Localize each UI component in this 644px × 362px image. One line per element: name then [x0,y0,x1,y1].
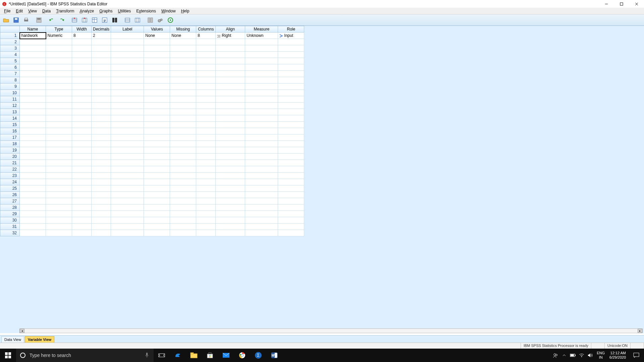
cell-missing[interactable] [170,224,196,230]
cell-decimals[interactable] [92,204,111,211]
cell-columns[interactable] [196,192,216,198]
cell-width[interactable] [72,103,92,109]
cell-measure[interactable] [245,90,278,96]
cell-width[interactable] [72,166,92,173]
cell-width[interactable] [72,185,92,192]
cell-name[interactable] [20,230,46,236]
menu-analyze[interactable]: Analyze [77,9,97,13]
cell-values[interactable] [144,64,170,71]
save-button[interactable] [11,15,21,25]
cell-align[interactable] [216,204,245,211]
taskbar-explorer[interactable] [186,349,202,362]
cell-width[interactable] [72,96,92,103]
cell-role[interactable] [278,39,304,45]
cell-label[interactable] [111,166,144,173]
cell-align[interactable] [216,90,245,96]
cell-type[interactable] [46,198,72,204]
cell-width[interactable] [72,64,92,71]
cell-measure[interactable] [245,39,278,45]
cell-name[interactable] [20,90,46,96]
cell-decimals[interactable] [92,224,111,230]
cell-measure[interactable] [245,77,278,83]
row-header[interactable]: 15 [0,122,20,128]
cell-values[interactable] [144,96,170,103]
cell-align[interactable] [216,64,245,71]
cell-role[interactable] [278,71,304,77]
cell-width[interactable] [72,83,92,90]
scroll-track[interactable] [24,329,638,333]
cell-align[interactable] [216,71,245,77]
cell-align[interactable] [216,115,245,122]
cell-type[interactable] [46,83,72,90]
cell-type[interactable] [46,115,72,122]
cell-align[interactable] [216,128,245,134]
cell-measure[interactable]: Unknown [245,33,278,39]
cell-values[interactable] [144,224,170,230]
cell-values[interactable] [144,147,170,154]
cell-type[interactable] [46,109,72,115]
cell-measure[interactable] [245,230,278,236]
cell-missing[interactable] [170,147,196,154]
cell-decimals[interactable] [92,211,111,217]
cell-decimals[interactable]: 2 [92,33,111,39]
cell-columns[interactable] [196,166,216,173]
cell-values[interactable] [144,160,170,166]
cell-role[interactable] [278,128,304,134]
cell-values[interactable]: None [144,33,170,39]
cell-label[interactable] [111,90,144,96]
cell-measure[interactable] [245,198,278,204]
cell-decimals[interactable] [92,58,111,64]
row-header[interactable]: 32 [0,230,20,236]
tray-chevron-up-icon[interactable] [560,354,569,357]
col-header-type[interactable]: Type [46,26,72,33]
cell-align[interactable] [216,192,245,198]
cell-type[interactable] [46,166,72,173]
cell-role[interactable] [278,198,304,204]
cell-role[interactable] [278,192,304,198]
cell-align[interactable] [216,147,245,154]
cell-label[interactable] [111,147,144,154]
cell-values[interactable] [144,77,170,83]
menu-view[interactable]: View [25,9,40,13]
cell-values[interactable] [144,230,170,236]
taskbar-edge[interactable] [170,349,186,362]
cell-align[interactable] [216,185,245,192]
cell-role[interactable] [278,122,304,128]
cell-type[interactable] [46,90,72,96]
row-header[interactable]: 16 [0,128,20,134]
cell-align[interactable] [216,39,245,45]
cell-values[interactable] [144,122,170,128]
row-header[interactable]: 8 [0,77,20,83]
cell-values[interactable] [144,166,170,173]
cell-width[interactable] [72,230,92,236]
cell-align[interactable] [216,122,245,128]
cell-missing[interactable] [170,109,196,115]
cell-missing[interactable] [170,166,196,173]
cell-role[interactable] [278,90,304,96]
taskbar-store[interactable] [202,349,218,362]
cell-decimals[interactable] [92,185,111,192]
cell-missing[interactable] [170,134,196,141]
cell-columns[interactable] [196,109,216,115]
col-header-decimals[interactable]: Decimals [92,26,111,33]
tray-language[interactable]: ENG IN [595,351,607,360]
row-header[interactable]: 6 [0,64,20,71]
menu-help[interactable]: Help [178,9,192,13]
cell-align[interactable] [216,224,245,230]
cell-measure[interactable] [245,96,278,103]
cell-width[interactable] [72,141,92,147]
cell-values[interactable] [144,141,170,147]
cell-values[interactable] [144,45,170,52]
cell-role[interactable] [278,204,304,211]
cell-name[interactable] [20,96,46,103]
cell-decimals[interactable] [92,45,111,52]
cell-role[interactable] [278,154,304,160]
row-header[interactable]: 2 [0,39,20,45]
cell-name[interactable] [20,71,46,77]
cell-columns[interactable] [196,134,216,141]
cell-measure[interactable] [245,134,278,141]
row-header[interactable]: 12 [0,103,20,109]
row-header[interactable]: 9 [0,83,20,90]
cell-measure[interactable] [245,58,278,64]
cell-role[interactable] [278,224,304,230]
